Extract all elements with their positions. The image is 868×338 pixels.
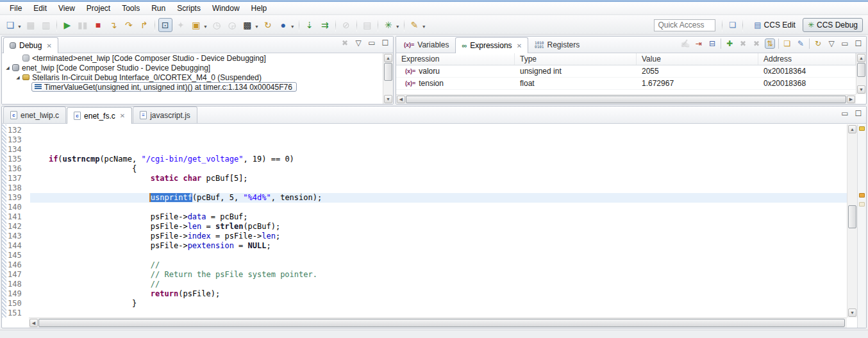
debug-tree-row[interactable]: TimerValueGet(unsigned int, unsigned int… <box>2 82 383 92</box>
refresh-icon[interactable]: ↻ <box>813 39 823 48</box>
quick-access-input[interactable] <box>654 19 715 31</box>
selected-stack-frame[interactable]: TimerValueGet(unsigned int, unsigned int… <box>31 82 297 92</box>
scroll-thumb[interactable] <box>38 319 845 327</box>
code-line-142[interactable]: 142 psFile->len = strlen(pcBuf); <box>2 222 847 232</box>
code-line-133[interactable]: 133 <box>2 135 847 145</box>
scroll-down-button[interactable]: ▼ <box>857 85 865 94</box>
new-target-configuration-icon[interactable]: ● <box>276 18 290 32</box>
debug-tree-row[interactable]: ◢Stellaris In-Circuit Debug Interface_0/… <box>2 72 383 82</box>
scroll-down-button[interactable]: ▼ <box>848 308 856 317</box>
code-line-132[interactable]: 132 <box>2 126 847 135</box>
code-line-147[interactable]: 147 // Return the psFile system pointer. <box>2 270 847 280</box>
code-line-148[interactable]: 148 // <box>2 280 847 289</box>
continuous-refresh-icon[interactable]: ⇅ <box>765 38 775 49</box>
overview-marker[interactable] <box>859 126 865 131</box>
scroll-thumb[interactable] <box>384 63 392 81</box>
menu-window[interactable]: Window <box>206 3 246 14</box>
code-line-135[interactable]: 135 if(ustrncmp(pcName, "/cgi-bin/get_vo… <box>2 155 847 164</box>
menu-project[interactable]: Project <box>81 3 116 14</box>
editor-tab-enet_lwip-c[interactable]: cenet_lwip.c <box>3 106 66 123</box>
code-line-139[interactable]: 139 usnprintf(pcBuf, 5, "%4d%", tension)… <box>2 193 847 203</box>
scroll-up-button[interactable]: ▲ <box>857 54 865 62</box>
tab-variables[interactable]: (x)=Variables <box>397 37 455 53</box>
scroll-up-button[interactable]: ▲ <box>384 54 392 62</box>
overview-marker[interactable] <box>859 202 865 207</box>
column-header-value[interactable]: Value <box>637 53 758 65</box>
menu-file[interactable]: File <box>4 3 28 14</box>
scroll-right-button[interactable]: ▶ <box>847 96 855 103</box>
maximize-icon[interactable]: ☐ <box>380 38 390 47</box>
debug-toggle-dropdown-icon[interactable]: ▼ <box>396 24 400 29</box>
close-icon[interactable]: ✕ <box>120 112 125 119</box>
code-line-134[interactable]: 134 <box>2 145 847 155</box>
highlight-pin-dropdown-icon[interactable]: ▼ <box>422 24 426 29</box>
editor-tab-enet_fs-c[interactable]: cenet_fs.c✕ <box>67 107 132 124</box>
highlight-pin-icon[interactable]: ✎ <box>408 18 422 32</box>
expressions-vertical-scrollbar[interactable]: ▲ ▼ <box>856 53 866 94</box>
code-line-140[interactable]: 140 <box>2 203 847 212</box>
add-expression-icon[interactable]: ✚ <box>724 39 735 48</box>
menu-edit[interactable]: Edit <box>28 3 53 14</box>
menu-help[interactable]: Help <box>246 3 273 14</box>
code-line-137[interactable]: 137 static char pcBuf[5]; <box>2 174 847 183</box>
new-target-configuration-dropdown-icon[interactable]: ▼ <box>290 24 295 29</box>
debug-tree-row[interactable]: <terminated>enet_lwip [Code Composer Stu… <box>2 53 383 63</box>
new-icon[interactable]: ❏ <box>3 18 17 32</box>
minimize-icon[interactable]: ▭ <box>367 38 377 47</box>
flash-device-dropdown-icon[interactable]: ▼ <box>255 24 259 29</box>
assembly-step-into-icon[interactable]: ⇣ <box>303 18 317 32</box>
tab-expressions[interactable]: ∞Expressions✕ <box>455 37 528 53</box>
load-program-icon[interactable]: ▣ <box>189 18 203 32</box>
editor-horizontal-scrollbar[interactable]: ◀ <box>29 317 847 328</box>
view-menu-icon[interactable]: ▽ <box>353 38 363 47</box>
editor-tab-javascript-js[interactable]: ≡javascript.js <box>133 106 197 123</box>
scroll-thumb[interactable] <box>406 96 846 103</box>
column-header-expression[interactable]: Expression <box>396 53 515 65</box>
menu-tools[interactable]: Tools <box>116 3 146 14</box>
new-rendering-icon[interactable]: ❏ <box>782 39 792 48</box>
flash-device-icon[interactable]: ▩ <box>240 18 255 32</box>
menu-view[interactable]: View <box>53 3 81 14</box>
menu-scripts[interactable]: Scripts <box>171 3 206 14</box>
reset-cpu-icon[interactable]: ↻ <box>261 18 275 32</box>
terminate-icon[interactable]: ■ <box>91 18 105 32</box>
code-line-143[interactable]: 143 psFile->index = psFile->len; <box>2 232 847 241</box>
step-over-icon[interactable]: ↷ <box>122 18 136 32</box>
scroll-left-button[interactable]: ◀ <box>29 319 38 327</box>
code-line-150[interactable]: 150 } <box>2 299 847 308</box>
overview-marker[interactable] <box>859 193 865 198</box>
expressions-horizontal-scrollbar[interactable]: ◀ ▶ <box>396 94 856 104</box>
add-new-expression-icon[interactable]: ⇥ <box>694 39 704 48</box>
code-line-144[interactable]: 144 psFile->pextension = NULL; <box>2 241 847 251</box>
scroll-down-button[interactable]: ▼ <box>384 95 392 103</box>
minimize-icon[interactable]: ▭ <box>840 39 850 48</box>
connect-target-icon[interactable]: ⊡ <box>158 18 172 32</box>
maximize-icon[interactable]: ☐ <box>853 109 864 118</box>
maximize-icon[interactable]: ☐ <box>853 39 864 48</box>
view-menu-icon[interactable]: ▽ <box>826 39 837 48</box>
tab-registers[interactable]: 10100101Registers <box>528 37 586 53</box>
debug-tree-row[interactable]: ◢enet_lwip [Code Composer Studio - Devic… <box>2 63 383 72</box>
overview-ruler[interactable] <box>857 124 866 328</box>
code-line-136[interactable]: 136 { <box>2 164 847 174</box>
collapse-all-icon[interactable]: ⊟ <box>707 39 717 48</box>
debug-toggle-icon[interactable]: ✳ <box>381 18 396 32</box>
column-header-address[interactable]: Address <box>758 53 856 65</box>
load-program-dropdown-icon[interactable]: ▼ <box>203 24 208 29</box>
expression-row[interactable]: (x)=tensionfloat1.6729670x20018368 <box>396 78 856 90</box>
tree-expand-icon[interactable]: ◢ <box>4 65 11 71</box>
new-dropdown-icon[interactable]: ▼ <box>17 24 22 29</box>
code-editor[interactable]: 132133134135 if(ustrncmp(pcName, "/cgi-b… <box>2 124 847 317</box>
close-icon[interactable]: ✕ <box>46 42 51 49</box>
scroll-left-button[interactable]: ◀ <box>397 96 405 103</box>
step-return-icon[interactable]: ↱ <box>137 18 151 32</box>
minimize-icon[interactable]: ▭ <box>840 109 850 118</box>
open-perspective-icon[interactable]: ❏ <box>729 21 736 30</box>
resume-icon[interactable]: ▶ <box>60 18 74 32</box>
close-icon[interactable]: ✕ <box>517 42 522 49</box>
tree-expand-icon[interactable]: ◢ <box>15 75 21 80</box>
editor-vertical-scrollbar[interactable]: ▲ ▼ <box>847 124 857 317</box>
column-header-type[interactable]: Type <box>515 53 637 65</box>
scroll-thumb[interactable] <box>848 205 856 228</box>
tab-debug[interactable]: Debug ✕ <box>3 37 58 53</box>
